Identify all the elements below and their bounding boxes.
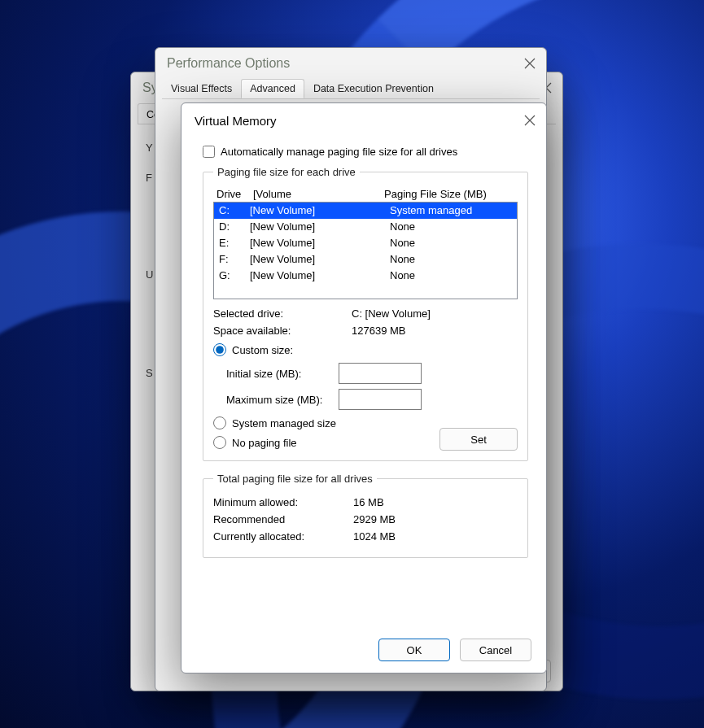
close-icon[interactable] [522, 112, 538, 129]
auto-manage-label[interactable]: Automatically manage paging file size fo… [221, 146, 457, 158]
initial-size-row: Initial size (MB): [226, 363, 518, 384]
minimum-allowed-label: Minimum allowed: [213, 496, 353, 508]
desktop-wallpaper: Syste Com Y F U S OK Cancel Apply Perfor… [0, 0, 704, 728]
selected-drive-value: C: [New Volume] [352, 307, 518, 320]
drive-paging-size: None [390, 220, 512, 234]
virtual-memory-title: Virtual Memory [195, 114, 522, 128]
drive-list[interactable]: C:[New Volume]System managedD:[New Volum… [213, 202, 518, 299]
drive-volume: [New Volume] [250, 220, 390, 234]
recommended-value: 2929 MB [353, 513, 518, 525]
tab-dep[interactable]: Data Execution Prevention [304, 79, 443, 98]
initial-size-input[interactable] [339, 363, 422, 384]
drive-letter: E: [219, 236, 250, 251]
group-legend: Paging file size for each drive [213, 166, 360, 178]
drive-letter: C: [219, 203, 250, 218]
maximum-size-label: Maximum size (MB): [226, 394, 339, 406]
drive-row[interactable]: G:[New Volume]None [214, 268, 517, 284]
drive-letter: D: [219, 220, 250, 234]
space-available-row: Space available: 127639 MB [213, 325, 518, 337]
drive-row[interactable]: F:[New Volume]None [214, 251, 517, 268]
paging-file-per-drive-group: Paging file size for each drive Drive [V… [203, 166, 528, 461]
drive-list-headers: Drive [Volume Paging File Size (MB) [216, 188, 514, 200]
virtual-memory-titlebar: Virtual Memory [181, 103, 546, 137]
performance-options-titlebar: Performance Options [155, 48, 546, 79]
minimum-allowed-row: Minimum allowed: 16 MB [213, 496, 518, 508]
drive-paging-size: None [390, 252, 512, 267]
performance-options-title: Performance Options [167, 56, 522, 71]
recommended-row: Recommended 2929 MB [213, 513, 518, 525]
drive-paging-size: None [390, 268, 512, 283]
maximum-size-input[interactable] [339, 389, 422, 410]
drive-row[interactable]: E:[New Volume]None [214, 235, 517, 251]
set-button[interactable]: Set [439, 428, 518, 451]
custom-size-radio[interactable] [213, 343, 226, 356]
tab-advanced[interactable]: Advanced [241, 79, 304, 98]
auto-manage-row: Automatically manage paging file size fo… [203, 146, 528, 158]
total-paging-file-group: Total paging file size for all drives Mi… [203, 473, 528, 558]
drive-letter: G: [219, 268, 250, 283]
space-available-value: 127639 MB [352, 325, 518, 337]
system-managed-label[interactable]: System managed size [232, 417, 336, 429]
drive-row[interactable]: D:[New Volume]None [214, 219, 517, 235]
virtual-memory-footer: OK Cancel [378, 639, 531, 661]
drive-letter: F: [219, 252, 250, 267]
header-drive: Drive [216, 188, 253, 200]
custom-size-row: Custom size: [213, 343, 518, 356]
drive-volume: [New Volume] [250, 236, 390, 251]
virtual-memory-dialog: Virtual Memory Automatically manage pagi… [181, 102, 547, 674]
header-volume: [Volume [253, 188, 384, 200]
drive-volume: [New Volume] [250, 268, 390, 283]
custom-size-label[interactable]: Custom size: [232, 344, 293, 356]
no-paging-file-label[interactable]: No paging file [232, 437, 297, 449]
performance-options-tabs: Visual Effects Advanced Data Execution P… [162, 79, 540, 98]
minimum-allowed-value: 16 MB [353, 496, 518, 508]
virtual-memory-body: Automatically manage paging file size fo… [181, 137, 546, 579]
system-managed-radio[interactable] [213, 416, 226, 429]
cancel-button[interactable]: Cancel [460, 639, 531, 661]
selected-drive-row: Selected drive: C: [New Volume] [213, 307, 518, 320]
close-icon[interactable] [522, 55, 538, 72]
tab-divider [162, 98, 540, 99]
space-available-label: Space available: [213, 325, 352, 337]
drive-volume: [New Volume] [250, 252, 390, 267]
currently-allocated-label: Currently allocated: [213, 530, 353, 543]
group-legend: Total paging file size for all drives [213, 473, 377, 485]
initial-size-label: Initial size (MB): [226, 368, 339, 380]
header-size: Paging File Size (MB) [384, 188, 514, 200]
currently-allocated-value: 1024 MB [353, 530, 518, 543]
tab-visual-effects[interactable]: Visual Effects [162, 79, 241, 98]
ok-button[interactable]: OK [378, 639, 450, 661]
currently-allocated-row: Currently allocated: 1024 MB [213, 530, 518, 543]
drive-volume: [New Volume] [250, 203, 390, 218]
recommended-label: Recommended [213, 513, 353, 525]
selected-drive-label: Selected drive: [213, 307, 352, 320]
auto-manage-checkbox[interactable] [203, 146, 215, 158]
drive-row[interactable]: C:[New Volume]System managed [214, 203, 517, 219]
maximum-size-row: Maximum size (MB): [226, 389, 518, 410]
drive-paging-size: System managed [390, 203, 512, 218]
no-paging-file-radio[interactable] [213, 436, 226, 449]
drive-paging-size: None [390, 236, 512, 251]
